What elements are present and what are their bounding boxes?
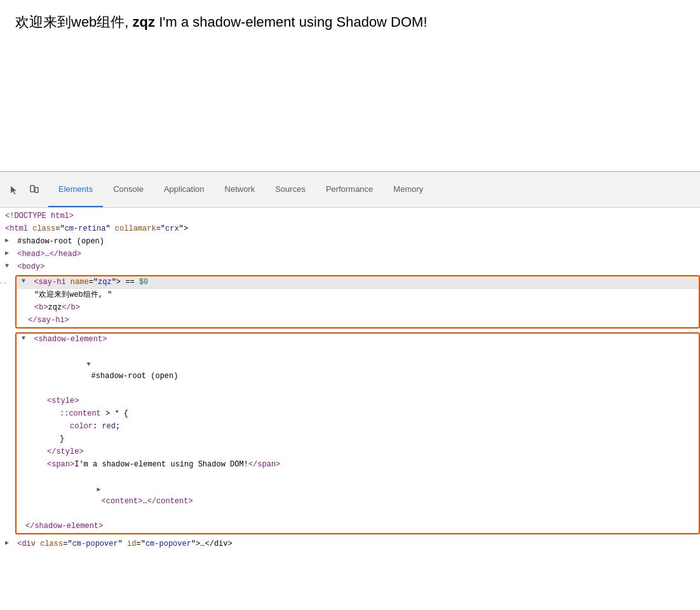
code-line-inner-shadow-root[interactable]: ▼ #shadow-root (open) (17, 346, 699, 395)
say-hi-orange-box: ▼ <say-hi name="zqz"> == $0 "欢迎来到web组件, … (15, 275, 700, 329)
triangle-shadow-root[interactable]: ▶ (5, 236, 11, 246)
tab-memory[interactable]: Memory (383, 172, 433, 207)
code-line-shadow-element-close[interactable]: </shadow-element> (17, 520, 699, 533)
triangle-say-hi[interactable]: ▼ (22, 276, 28, 287)
code-line-body[interactable]: ▼ <body> (0, 261, 700, 274)
code-line-style-close[interactable]: </style> (17, 446, 699, 459)
devtools-toolbar: Elements Console Application Network Sou… (0, 172, 700, 208)
tab-console[interactable]: Console (103, 172, 154, 207)
page-heading: 欢迎来到web组件, zqz I'm a shadow-element usin… (15, 13, 685, 32)
triangle-content[interactable]: ▶ (97, 485, 103, 495)
code-line-span-shadow[interactable]: <span>I'm a shadow-element using Shadow … (17, 459, 699, 471)
code-line-div-popover[interactable]: ▶ <div class="cm-popover" id="cm-popover… (0, 538, 700, 551)
code-line-color-prop[interactable]: color: red; (17, 421, 699, 433)
dots-indicator: ·· (0, 278, 8, 289)
heading-bold: zqz (133, 14, 155, 30)
page-content: 欢迎来到web组件, zqz I'm a shadow-element usin… (0, 0, 700, 172)
svg-rect-1 (35, 187, 38, 193)
tab-elements[interactable]: Elements (48, 172, 103, 207)
heading-prefix: 欢迎来到web组件, (15, 14, 133, 30)
code-line-html[interactable]: <html class="cm-retina" collamark="crx"> (0, 223, 700, 236)
triangle-inner-shadow-root[interactable]: ▼ (86, 360, 93, 370)
code-line-shadow-root-open[interactable]: ▶ #shadow-root (open) (0, 236, 700, 248)
triangle-shadow-element[interactable]: ▼ (22, 334, 28, 344)
code-line-content-elem[interactable]: ▶ <content>…</content> (17, 471, 699, 520)
inspect-element-icon[interactable] (5, 181, 23, 199)
code-line-doctype[interactable]: <!DOCTYPE html> (0, 210, 700, 223)
triangle-head[interactable]: ▶ (5, 248, 11, 259)
devtools-icon-group (5, 181, 43, 199)
code-line-say-hi-open[interactable]: ▼ <say-hi name="zqz"> == $0 (17, 276, 699, 289)
tab-performance[interactable]: Performance (316, 172, 383, 207)
svg-rect-0 (30, 186, 34, 192)
devtools-tabs: Elements Console Application Network Sou… (48, 172, 433, 207)
shadow-element-orange-box: ▼ <shadow-element> ▼ #shadow-root (open)… (15, 332, 700, 534)
code-line-head[interactable]: ▶ <head>…</head> (0, 248, 700, 261)
code-line-style-open[interactable]: <style> (17, 395, 699, 408)
tab-network[interactable]: Network (215, 172, 266, 207)
tab-sources[interactable]: Sources (265, 172, 316, 207)
code-line-say-hi-text[interactable]: "欢迎来到web组件, " (17, 289, 699, 302)
devtools-code-panel: <!DOCTYPE html> <html class="cm-retina" … (0, 208, 700, 553)
tab-application[interactable]: Application (154, 172, 215, 207)
devtools-panel: Elements Console Application Network Sou… (0, 172, 700, 553)
code-line-say-hi-b[interactable]: <b>zqz</b> (17, 302, 699, 315)
code-line-shadow-element-open[interactable]: ▼ <shadow-element> (17, 334, 699, 346)
code-line-brace-close[interactable]: } (17, 433, 699, 446)
heading-suffix: I'm a shadow-element using Shadow DOM! (155, 14, 427, 30)
device-toolbar-icon[interactable] (25, 181, 43, 199)
code-line-say-hi-close[interactable]: </say-hi> (17, 315, 699, 327)
triangle-div-popover[interactable]: ▶ (5, 538, 11, 548)
code-line-content-rule[interactable]: ::content > * { (17, 408, 699, 421)
triangle-body[interactable]: ▼ (5, 261, 11, 271)
